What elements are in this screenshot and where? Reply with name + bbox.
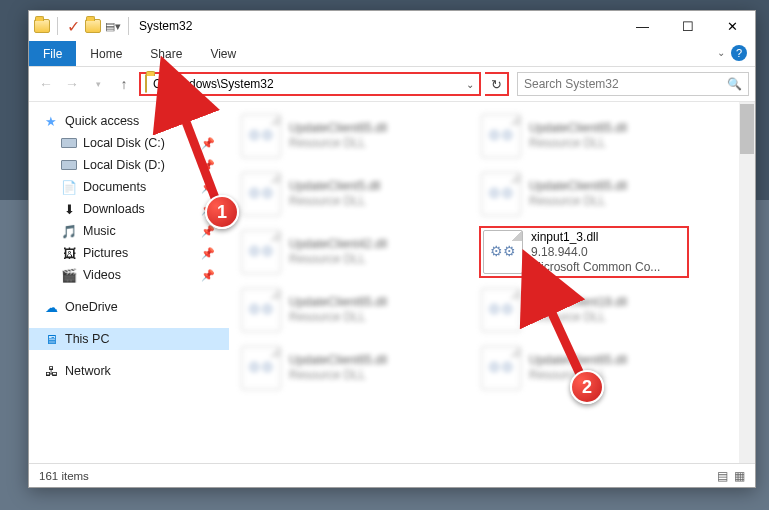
forward-button[interactable]: → [61,73,83,95]
quick-access[interactable]: ★ Quick access [29,110,229,132]
titlebar: ✓ ▤▾ System32 — ☐ ✕ [29,11,755,41]
file-sub: Resource DLL [289,194,380,209]
file-sub: Resource DLL [289,136,387,151]
sidebar-item-local-disk-c-[interactable]: Local Disk (C:)📌 [29,132,229,154]
dll-file-icon: ⚙⚙ [241,114,281,158]
recent-dropdown[interactable]: ▾ [87,73,109,95]
file-item[interactable]: ⚙⚙xinput1_3.dll9.18.944.0Microsoft Commo… [479,226,689,278]
file-sub: Resource DLL [529,368,627,383]
star-icon: ★ [43,113,59,129]
file-sub: Resource DLL [529,194,627,209]
file-sub: Resource DLL [289,310,387,325]
pin-icon[interactable]: 📌 [201,159,215,172]
pin-icon[interactable]: 📌 [201,203,215,216]
dll-file-icon: ⚙⚙ [481,172,521,216]
sidebar-item-documents[interactable]: 📄Documents📌 [29,176,229,198]
scrollbar[interactable] [739,102,755,463]
address-folder-icon [145,75,147,93]
details-view-button[interactable]: ▤ [717,469,728,483]
file-name: UpdateClient5.dll [289,179,380,194]
file-sub: Resource DLL [289,368,387,383]
file-item[interactable]: ⚙⚙UpdateClient42.dllResource DLL [239,226,449,278]
qat-view-icon[interactable]: ▤▾ [104,17,122,35]
dll-file-icon: ⚙⚙ [241,346,281,390]
file-sub: 9.18.944.0 [531,245,660,260]
maximize-button[interactable]: ☐ [665,12,710,40]
address-dropdown-icon[interactable]: ⌄ [461,79,479,90]
dll-file-icon: ⚙⚙ [241,172,281,216]
search-input[interactable]: Search System32 🔍 [517,72,749,96]
address-bar[interactable]: C:\Windows\System32 ⌄ [139,72,481,96]
file-name: UpdateClient65.dll [289,353,387,368]
sidebar-item-local-disk-d-[interactable]: Local Disk (D:)📌 [29,154,229,176]
address-text[interactable]: C:\Windows\System32 [151,77,461,91]
qat-folder-icon[interactable] [84,17,102,35]
file-name: UpdateClient19.dll [529,295,627,310]
file-name: UpdateClient65.dll [289,295,387,310]
dll-file-icon: ⚙⚙ [481,346,521,390]
dll-file-icon: ⚙⚙ [241,230,281,274]
search-icon[interactable]: 🔍 [727,77,742,91]
help-icon[interactable]: ? [731,45,747,61]
explorer-window: ✓ ▤▾ System32 — ☐ ✕ File Home Share View… [28,10,756,488]
file-item[interactable]: ⚙⚙UpdateClient65.dllResource DLL [479,168,689,220]
drive-icon [61,135,77,151]
onedrive[interactable]: ☁ OneDrive [29,296,229,318]
dll-file-icon: ⚙⚙ [483,230,523,274]
qat-check-icon[interactable]: ✓ [64,17,82,35]
file-sub: Resource DLL [529,136,627,151]
window-title: System32 [139,19,192,33]
drive-icon [61,157,77,173]
sidebar-item-pictures[interactable]: 🖼Pictures📌 [29,242,229,264]
minimize-button[interactable]: — [620,12,665,40]
this-pc[interactable]: 🖥 This PC [29,328,229,350]
search-placeholder: Search System32 [524,77,619,91]
sidebar-item-downloads[interactable]: ⬇Downloads📌 [29,198,229,220]
file-item[interactable]: ⚙⚙UpdateClient65.dllResource DLL [479,110,689,162]
tab-view[interactable]: View [196,41,250,66]
pin-icon[interactable]: 📌 [201,225,215,238]
pin-icon[interactable]: 📌 [201,247,215,260]
file-sub2: Microsoft Common Co... [531,260,660,275]
vid-icon: 🎬 [61,267,77,283]
refresh-button[interactable]: ↻ [485,72,509,96]
file-item[interactable]: ⚙⚙UpdateClient19.dllResource DLL [479,284,689,336]
sidebar-item-videos[interactable]: 🎬Videos📌 [29,264,229,286]
file-sub: Resource DLL [529,310,627,325]
file-name: UpdateClient65.dll [529,179,627,194]
ribbon-expand-icon[interactable]: ⌄ [717,47,725,58]
navbar: ← → ▾ ↑ C:\Windows\System32 ⌄ ↻ Search S… [29,67,755,101]
sidebar-item-music[interactable]: 🎵Music📌 [29,220,229,242]
onedrive-icon: ☁ [43,299,59,315]
network[interactable]: 🖧 Network [29,360,229,382]
down-icon: ⬇ [61,201,77,217]
up-button[interactable]: ↑ [113,73,135,95]
file-sub: Resource DLL [289,252,387,267]
file-tab[interactable]: File [29,41,76,66]
content-area: ⚙⚙UpdateClient65.dllResource DLL⚙⚙Update… [229,102,755,463]
pin-icon[interactable]: 📌 [201,181,215,194]
music-icon: 🎵 [61,223,77,239]
icons-view-button[interactable]: ▦ [734,469,745,483]
tab-share[interactable]: Share [136,41,196,66]
back-button[interactable]: ← [35,73,57,95]
pic-icon: 🖼 [61,245,77,261]
file-item[interactable]: ⚙⚙UpdateClient65.dllResource DLL [479,342,689,394]
close-button[interactable]: ✕ [710,12,755,40]
pin-icon[interactable]: 📌 [201,269,215,282]
file-item[interactable]: ⚙⚙UpdateClient5.dllResource DLL [239,168,449,220]
file-item[interactable]: ⚙⚙UpdateClient65.dllResource DLL [239,342,449,394]
pin-icon[interactable]: 📌 [201,137,215,150]
file-name: UpdateClient65.dll [529,121,627,136]
dll-file-icon: ⚙⚙ [481,114,521,158]
thispc-icon: 🖥 [43,331,59,347]
item-count: 161 items [39,470,89,482]
doc-icon: 📄 [61,179,77,195]
file-item[interactable]: ⚙⚙UpdateClient65.dllResource DLL [239,110,449,162]
file-name: UpdateClient42.dll [289,237,387,252]
dll-file-icon: ⚙⚙ [241,288,281,332]
file-item[interactable]: ⚙⚙UpdateClient65.dllResource DLL [239,284,449,336]
scroll-thumb[interactable] [740,104,754,154]
tab-home[interactable]: Home [76,41,136,66]
file-name: xinput1_3.dll [531,230,660,245]
